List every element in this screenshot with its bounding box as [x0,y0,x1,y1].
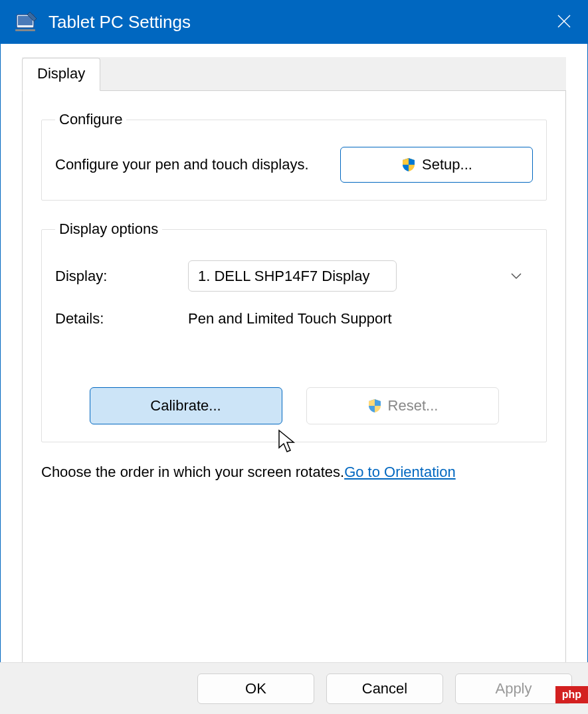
display-options-legend: Display options [55,221,162,238]
svg-rect-2 [15,29,35,31]
watermark: php [555,686,588,703]
tab-label: Display [37,65,85,82]
setup-button[interactable]: Setup... [340,147,533,183]
display-label: Display: [55,268,188,285]
display-options-group: Display options Display: 1. DELL SHP14F7… [41,221,547,442]
window-title: Tablet PC Settings [49,12,541,33]
configure-group: Configure Configure your pen and touch d… [41,111,547,201]
calibrate-button-label: Calibrate... [150,397,221,414]
display-select[interactable]: 1. DELL SHP14F7 Display [188,260,397,292]
titlebar: Tablet PC Settings [1,1,587,44]
orientation-link[interactable]: Go to Orientation [344,464,456,480]
apply-button-label: Apply [495,680,532,697]
ok-button-label: OK [245,680,266,697]
rotate-description: Choose the order in which your screen ro… [41,462,547,483]
ok-button[interactable]: OK [197,673,314,704]
tab-display[interactable]: Display [22,58,100,91]
details-value: Pen and Limited Touch Support [188,310,392,327]
close-icon [557,15,571,31]
setup-button-label: Setup... [422,156,472,173]
reset-button[interactable]: Reset... [306,387,499,424]
reset-button-label: Reset... [388,397,439,414]
tabs-row: Display [22,57,566,91]
configure-legend: Configure [55,111,126,128]
shield-icon [401,157,417,173]
content-area: Display Configure Configure your pen and… [1,44,587,662]
tablet-settings-icon [14,11,38,35]
cancel-button[interactable]: Cancel [326,673,443,704]
chevron-down-icon [510,270,522,282]
configure-description: Configure your pen and touch displays. [55,155,320,175]
apply-button[interactable]: Apply [455,673,572,704]
tab-panel: Configure Configure your pen and touch d… [22,91,566,669]
shield-icon [367,398,383,414]
dialog-button-bar: OK Cancel Apply [0,662,588,714]
rotate-text: Choose the order in which your screen ro… [41,464,344,480]
close-button[interactable] [541,1,587,44]
calibrate-button[interactable]: Calibrate... [90,387,282,424]
cancel-button-label: Cancel [362,680,407,697]
details-label: Details: [55,310,188,327]
